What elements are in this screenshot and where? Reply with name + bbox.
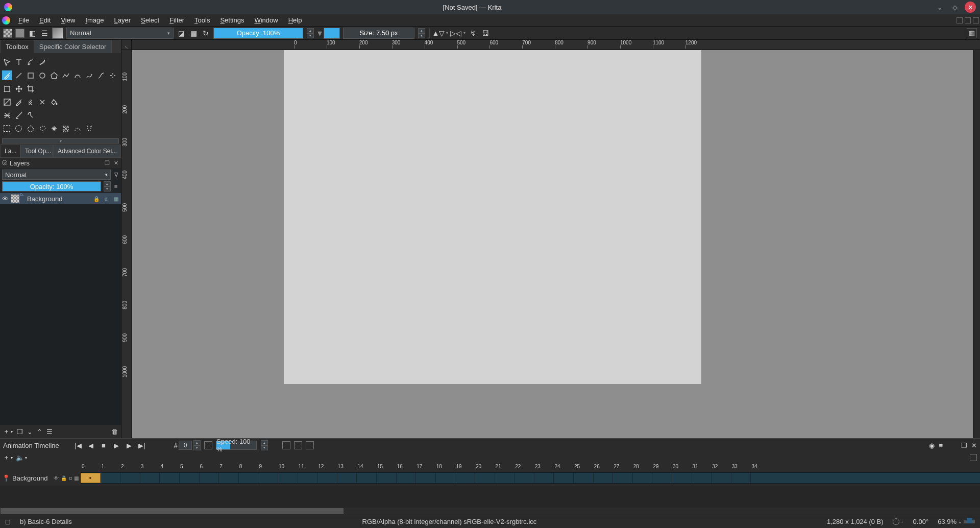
float-dock-icon[interactable]: ❐ bbox=[104, 160, 110, 166]
layer-opacity-slider[interactable]: Opacity: 100% bbox=[2, 181, 101, 191]
dock-tab-toolbox[interactable]: Toolbox bbox=[0, 40, 34, 53]
tool-bezier[interactable] bbox=[72, 70, 82, 80]
add-keyframe-button[interactable]: ＋ bbox=[3, 453, 10, 462]
keyframe[interactable] bbox=[81, 473, 101, 483]
status-zoom[interactable]: 63.9% bbox=[938, 518, 957, 525]
window-close-button[interactable]: ✕ bbox=[965, 2, 976, 13]
anim-prev-frame-button[interactable]: ◀ bbox=[86, 441, 95, 450]
tool-multibrush[interactable] bbox=[108, 70, 117, 80]
tool-polygon[interactable] bbox=[49, 70, 59, 80]
tool-fill[interactable] bbox=[49, 97, 59, 107]
tool-ellipse[interactable] bbox=[37, 70, 47, 80]
timeline-horizontal-scrollbar[interactable] bbox=[1, 508, 344, 514]
opacity-spin[interactable]: ▴▾ bbox=[307, 28, 314, 38]
timeline-track[interactable] bbox=[81, 472, 980, 484]
tool-dynamic-brush[interactable] bbox=[96, 70, 106, 80]
tool-smart-fill[interactable] bbox=[37, 97, 47, 107]
menu-tools[interactable]: Tools bbox=[189, 15, 215, 26]
fgbg-swap-icon[interactable]: ◧ bbox=[28, 29, 37, 38]
track-alpha-icon[interactable]: α bbox=[69, 475, 72, 481]
dock-tab-adv-color-selector[interactable]: Advanced Color Sel... bbox=[53, 145, 121, 158]
anim-extra-3[interactable] bbox=[306, 441, 314, 449]
track-inherit-icon[interactable]: ▦ bbox=[74, 475, 79, 481]
mirror-horizontal-icon[interactable]: ▲▽ bbox=[434, 29, 443, 38]
layer-lock-icon[interactable]: 🔒 bbox=[93, 196, 100, 202]
brush-preset-thumb[interactable] bbox=[52, 28, 63, 39]
anim-zoom-button[interactable] bbox=[970, 454, 977, 461]
gradient-swatch[interactable] bbox=[15, 29, 24, 38]
tool-assistants[interactable] bbox=[2, 110, 12, 120]
anim-extra-1[interactable] bbox=[282, 441, 290, 449]
menu-layer[interactable]: Layer bbox=[109, 15, 136, 26]
tool-poly-select[interactable] bbox=[26, 124, 35, 133]
app-menu-icon[interactable] bbox=[2, 16, 10, 25]
canvas-viewport[interactable] bbox=[132, 50, 973, 438]
size-slider[interactable]: Size: 7.50 px bbox=[343, 28, 414, 39]
tool-calligraphy[interactable] bbox=[37, 57, 47, 67]
reload-preset-icon[interactable]: ↻ bbox=[201, 29, 210, 38]
mirror-vertical-icon[interactable]: ▷◁ bbox=[451, 29, 460, 38]
brush-settings-icon[interactable]: ☰ bbox=[40, 29, 49, 38]
dock-tab-color-selector[interactable]: Specific Color Selector bbox=[34, 40, 112, 53]
opacity-dropdown-icon[interactable]: ▾ bbox=[317, 28, 322, 39]
anim-last-frame-button[interactable]: ▶| bbox=[137, 441, 146, 450]
tool-measure[interactable] bbox=[14, 110, 23, 120]
window-maximize-button[interactable]: ◇ bbox=[949, 2, 961, 13]
tool-line[interactable] bbox=[14, 70, 23, 80]
anim-extra-2[interactable] bbox=[294, 441, 302, 449]
anim-first-frame-button[interactable]: |◀ bbox=[74, 441, 83, 450]
tool-freehand-path[interactable] bbox=[84, 70, 94, 80]
layer-row[interactable]: 👁 ◺ Background 🔒 α ▦ bbox=[0, 193, 121, 204]
drop-frames-button[interactable] bbox=[204, 441, 212, 449]
tool-transform[interactable] bbox=[2, 84, 12, 93]
timeline-track-header[interactable]: 📍 Background 👁 🔒 α ▦ bbox=[0, 472, 81, 484]
tool-gradient-fill[interactable] bbox=[2, 97, 12, 107]
layer-opacity-spin[interactable]: ▴▾ bbox=[104, 181, 111, 191]
alpha-lock-icon[interactable]: ▦ bbox=[189, 29, 198, 38]
layer-inherit-icon[interactable]: ▦ bbox=[112, 196, 119, 202]
menu-edit[interactable]: Edit bbox=[34, 15, 56, 26]
add-layer-button[interactable]: ＋ bbox=[3, 427, 10, 436]
anim-next-frame-button[interactable]: ▶ bbox=[125, 441, 134, 450]
speed-slider[interactable]: Speed: 100 % bbox=[216, 441, 257, 450]
tool-polyline[interactable] bbox=[61, 70, 70, 80]
vertical-scrollbar[interactable] bbox=[973, 50, 980, 438]
close-anim-dock-icon[interactable]: ✕ bbox=[971, 442, 977, 449]
menu-settings[interactable]: Settings bbox=[215, 15, 249, 26]
eraser-mode-icon[interactable]: ◪ bbox=[177, 29, 186, 38]
pin-icon[interactable]: 📍 bbox=[2, 474, 10, 482]
visibility-icon[interactable]: 👁 bbox=[2, 195, 9, 203]
layer-properties-button[interactable]: ☰ bbox=[46, 428, 53, 436]
blendmode-combo[interactable]: Normal ▾ bbox=[66, 28, 174, 39]
size-spin[interactable]: ▴▾ bbox=[418, 28, 425, 38]
dock-tab-tool-options[interactable]: Tool Op... bbox=[20, 145, 53, 158]
current-frame-input[interactable] bbox=[179, 441, 192, 450]
menu-help[interactable]: Help bbox=[283, 15, 307, 26]
dock-resize-handle[interactable] bbox=[2, 138, 119, 143]
anim-settings-icon[interactable]: ≡ bbox=[939, 442, 943, 449]
menu-window[interactable]: Window bbox=[249, 15, 283, 26]
tool-move[interactable] bbox=[2, 57, 12, 67]
tool-pattern-fill[interactable] bbox=[26, 97, 35, 107]
save-incremental-icon[interactable]: 🖫 bbox=[481, 29, 490, 38]
anim-play-button[interactable]: ▶ bbox=[112, 441, 121, 450]
tool-bezier-select[interactable] bbox=[72, 124, 82, 133]
rotation-dial-icon[interactable] bbox=[893, 518, 899, 525]
layer-menu-icon[interactable]: ≡ bbox=[113, 183, 119, 189]
tool-edit-shapes[interactable] bbox=[26, 57, 35, 67]
status-docsize[interactable]: 1,280 x 1,024 (0 B) bbox=[827, 518, 884, 525]
tool-similar-select[interactable] bbox=[61, 124, 70, 133]
dock-tab-layers-short[interactable]: La... bbox=[0, 145, 20, 158]
tool-crop[interactable] bbox=[26, 84, 35, 93]
tool-move-layer[interactable] bbox=[14, 84, 23, 93]
menu-select[interactable]: Select bbox=[136, 15, 164, 26]
menu-view[interactable]: View bbox=[56, 15, 80, 26]
track-visibility-icon[interactable]: 👁 bbox=[54, 475, 59, 481]
frame-spin[interactable]: ▴▾ bbox=[193, 440, 201, 450]
tool-text[interactable] bbox=[14, 57, 23, 67]
menu-filter[interactable]: Filter bbox=[164, 15, 189, 26]
opacity-slider[interactable]: Opacity: 100% bbox=[213, 28, 303, 39]
menu-image[interactable]: Image bbox=[80, 15, 109, 26]
move-layer-down-button[interactable]: ⌄ bbox=[27, 428, 33, 436]
pattern-swatch[interactable] bbox=[3, 29, 12, 38]
